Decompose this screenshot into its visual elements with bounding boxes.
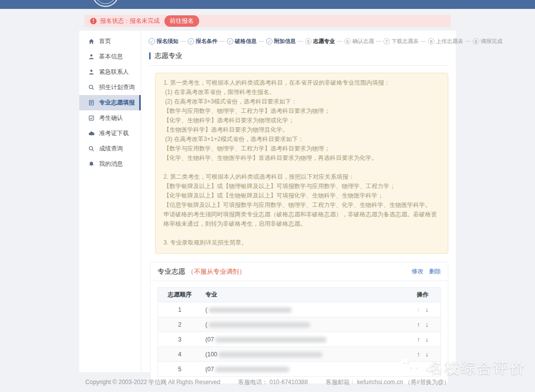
choice-order: 2 (158, 317, 202, 332)
sidebar-item-score-search[interactable]: 成绩查询 (79, 141, 141, 156)
notice-line: (1) 在非高考改革省份，限理科考生报名。 (163, 88, 440, 97)
choice-order: 1 (158, 302, 202, 317)
sidebar-item-home[interactable]: 首页 (79, 34, 141, 49)
section-title: 志愿专业 (149, 51, 448, 60)
check-square-icon (88, 115, 95, 121)
delete-link[interactable]: 删除 (429, 268, 441, 275)
service-email: 客服邮箱： kefu#chsi.com.cn （将#替换为@） (325, 378, 449, 387)
move-down-icon[interactable]: ↓ (425, 350, 428, 358)
panel-header: 专业志愿 （不服从专业调剂） 修改 删除 (151, 262, 448, 281)
notice-line: 【数学与应用数学、物理学、工程力学】选考科目要求为物理； (163, 106, 440, 116)
sidebar-item-label: 专业志愿填报 (99, 98, 135, 107)
step-connector (465, 41, 471, 42)
registration-status-alert: ! 报名状态：报名未完成 前往报名 (84, 15, 451, 27)
move-up-icon[interactable]: ↑ (417, 350, 421, 358)
sidebar-item-label: 招生计划查询 (99, 83, 135, 92)
page-footer: Copyright © 2003-2022 学信网 All Rights Res… (0, 372, 535, 392)
notice-line: 申请破格的考生须同时填报两类专业志愿（破格志愿和非破格志愿），非破格志愿为备选志… (163, 210, 440, 229)
col-header-action: 操作 (405, 288, 441, 302)
action-cell: ↑ ↓ (405, 302, 441, 317)
search-icon (88, 84, 95, 91)
choice-order: 3 (158, 332, 202, 347)
sidebar-item-messages[interactable]: 我的消息 (79, 156, 141, 172)
move-up-icon[interactable]: ↑ (417, 321, 421, 328)
main-content: 报名须知 报名条件 破格信息 附加信息 5 志愿专业 6 确认志愿 7 (141, 31, 456, 372)
redacted-major-text (215, 367, 289, 372)
notice-line: 【生物医学科学】选考科目要求为物理且化学。 (163, 125, 440, 135)
step-complete: 9 填报完成 (473, 38, 502, 45)
action-cell: ↑ ↓ (405, 317, 441, 332)
service-phone: 客服电话： 010-67410388 (238, 378, 308, 387)
step-additional-info: 附加信息 (266, 38, 296, 45)
col-header-order: 志愿顺序 (158, 288, 202, 302)
table-header-row: 志愿顺序 专业 操作 (158, 288, 441, 302)
divider (149, 65, 448, 66)
move-up-icon[interactable]: ↑ (417, 336, 421, 343)
move-down-icon[interactable]: ↓ (425, 321, 428, 328)
table-row: 1 ( ↑ ↓ (158, 302, 441, 317)
redacted-major-text (209, 307, 292, 313)
step-connector (376, 41, 381, 42)
page-title: 志愿专业 (155, 51, 182, 60)
sidebar-item-label: 我的消息 (99, 160, 123, 168)
panel-title: 专业志愿 (158, 267, 185, 275)
go-register-button[interactable]: 前往报名 (164, 15, 199, 27)
move-down-icon[interactable]: ↓ (425, 306, 428, 313)
redacted-major-text (209, 322, 310, 328)
sidebar-item-label: 成绩查询 (99, 145, 123, 153)
top-header-bar (0, 0, 535, 9)
sidebar-item-label: 首页 (99, 37, 111, 46)
notice-line: 【数学与应用数学、物理学、工程力学】选考科目要求为物理； (163, 144, 440, 153)
sidebar-item-candidate-confirm[interactable]: 考生确认 (79, 110, 141, 126)
step-major-choice: 5 志愿专业 (305, 38, 335, 45)
user-icon (88, 53, 95, 60)
step-indicator: 报名须知 报名条件 破格信息 附加信息 5 志愿专业 6 确认志愿 7 (141, 31, 456, 45)
step-upload-form: 8 上传志愿表 (428, 38, 463, 45)
notice-line: 2. 第二类考生，可根据本人的科类或选考科目，按照以下对应关系填报： (163, 172, 440, 182)
notice-line (163, 163, 440, 172)
search-icon (88, 146, 95, 152)
step-check-icon (227, 38, 233, 45)
major-rules-notice: 1. 第一类考生，可根据本人的科类或选考科目，在本省开设的非破格专业范围内填报：… (155, 73, 448, 254)
step-confirm-choice: 6 确认志愿 (344, 38, 374, 45)
exclamation-icon: ! (90, 18, 97, 24)
contact-icon (88, 69, 95, 75)
sidebar-item-major-choice[interactable]: 专业志愿填报 (79, 95, 141, 110)
step-exception-info: 破格信息 (227, 38, 257, 45)
site-seal-logo (92, 0, 119, 7)
notice-line: (2) 在高考改革3+3模式省份，选考科目要求如下： (163, 97, 440, 106)
action-cell: ↑ ↓ (405, 332, 441, 347)
table-row: 2 ( ↑ ↓ (158, 317, 441, 332)
notice-line (163, 229, 440, 238)
sidebar-item-plan-search[interactable]: 招生计划查询 (79, 80, 141, 95)
notice-line: 3. 专业录取规则详见招生简章。 (163, 238, 440, 247)
redacted-major-text (218, 352, 322, 357)
move-up-icon: ↑ (417, 306, 421, 313)
sidebar-item-emergency-contact[interactable]: 紧急联系人 (79, 64, 141, 80)
sidebar-item-admission-ticket[interactable]: 准考证下载 (79, 126, 141, 141)
step-connector (421, 41, 426, 42)
step-check-icon (188, 38, 194, 45)
notice-line: (3) 在高考改革3+1+2模式省份，选考科目要求如下： (163, 135, 440, 144)
table-row: 3 (07 ↑ ↓ (158, 332, 441, 347)
move-down-icon[interactable]: ↓ (425, 336, 428, 343)
title-accent-bar (149, 52, 151, 59)
notice-line: 【数学银牌及以上】或【物理银牌及以上】可填报数学与应用数学、物理学、工程力学； (163, 182, 440, 191)
notice-line: 【化学、生物科学、生物医学科学】首选科目要求为物理，再选科目要求为化学。 (163, 153, 440, 163)
step-notice: 报名须知 (149, 38, 178, 45)
form-icon (88, 99, 95, 106)
step-download-form: 7 下载志愿表 (383, 38, 419, 45)
major-cell: (07 (202, 332, 405, 347)
major-cell: ( (202, 317, 405, 332)
choice-order: 4 (158, 347, 202, 362)
notice-line: 【化学、生物科学】选考科目要求为物理或化学； (163, 116, 440, 125)
edit-link[interactable]: 修改 (412, 268, 424, 275)
step-connector (259, 41, 264, 42)
copyright-text: Copyright © 2003-2022 学信网 All Rights Res… (85, 378, 220, 387)
sidebar-item-label: 考生确认 (99, 114, 123, 122)
redacted-major-text (215, 337, 326, 343)
registration-status-text: 报名状态：报名未完成 (100, 17, 160, 25)
sidebar-item-basic-info[interactable]: 基本信息 (79, 49, 141, 64)
bell-icon (88, 161, 95, 167)
sidebar-item-label: 基本信息 (99, 52, 123, 61)
